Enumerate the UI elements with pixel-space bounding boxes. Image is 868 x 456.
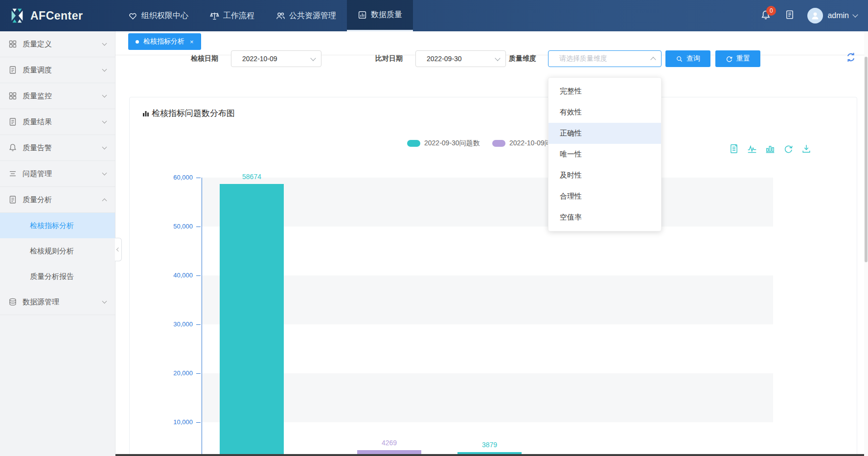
quality-dim-placeholder: 请选择质量维度 [559,54,607,63]
plot-band [202,178,773,227]
chevron-up-icon [650,57,656,62]
bar-value-label: 58674 [220,173,284,181]
user-name: admin [827,11,849,20]
sidebar-item-数据源管理[interactable]: 数据源管理 [0,289,115,315]
database-icon [8,297,17,306]
document-icon [8,117,17,126]
document-icon [8,66,17,74]
bottom-edge-strip [115,454,868,456]
chevron-down-icon [102,145,107,150]
document-icon [785,10,795,20]
chevron-down-icon [102,119,107,124]
restore-icon [783,144,793,154]
line-chart-icon [747,144,757,154]
quality-dim-select[interactable]: 请选择质量维度 [548,50,662,67]
reset-button[interactable]: 重置 [715,50,760,67]
chevron-down-icon [310,55,316,61]
toolbar-data-view-icon[interactable] [729,144,739,154]
sidebar-item-问题管理[interactable]: 问题管理 [0,161,115,187]
dropdown-option-唯一性[interactable]: 唯一性 [548,144,661,165]
y-tick-mark [196,227,201,227]
y-tick-mark [196,373,201,374]
sidebar-subitem-检核指标分析[interactable]: 检核指标分析 [0,213,115,238]
bar-value-label: 4269 [357,439,421,447]
dropdown-option-完整性[interactable]: 完整性 [548,81,661,102]
y-tick-label: 50,000 [147,223,193,230]
chevron-down-icon [102,171,107,176]
document-icon [8,195,17,204]
heart-icon [128,11,137,21]
app-window: AFCenter 组织权限中心工作流程公共资源管理数据质量 0 admin 质量… [0,0,868,456]
afcenter-logo-icon [9,7,25,24]
tab-active[interactable]: 检核指标分析 × [128,33,201,50]
toolbar-restore-icon[interactable] [783,144,793,154]
bar-chart-square-icon [358,10,367,20]
brand-name: AFCenter [30,9,83,23]
bell-icon [8,143,17,152]
scrollbar-thumb[interactable] [865,57,868,262]
toolbar-bar-chart-icon[interactable] [765,144,775,154]
scale-icon [210,11,219,21]
search-icon [676,55,683,63]
chevron-down-icon [495,55,500,61]
nav-item-公共资源管理[interactable]: 公共资源管理 [265,0,347,31]
user-menu[interactable]: admin [807,8,857,23]
tab-active-dot [136,40,139,44]
bar-chart-icon [765,144,775,154]
person-icon [810,11,820,21]
chevron-left-icon [116,248,120,251]
download-icon [801,144,811,154]
legend-swatch [407,140,420,147]
quality-dim-dropdown: 完整性有效性正确性唯一性及时性合理性空值率 [548,77,662,231]
bar-chart-mini-icon [142,110,150,117]
y-tick-mark [196,422,201,423]
dropdown-option-有效性[interactable]: 有效性 [548,102,661,123]
toolbar-download-icon[interactable] [801,144,811,154]
dropdown-option-合理性[interactable]: 合理性 [548,186,661,207]
bar-value-label: 3879 [457,441,522,449]
sidebar-item-质量定义[interactable]: 质量定义 [0,31,115,57]
chevron-down-icon [102,299,107,304]
y-tick-label: 20,000 [147,369,193,377]
legend-item[interactable]: 2022-09-30问题数 [407,139,480,148]
avatar [807,8,823,23]
sidebar-subitem-质量分析报告[interactable]: 质量分析报告 [0,264,115,289]
chevron-down-icon [102,41,107,46]
dropdown-option-正确性[interactable]: 正确性 [548,123,661,144]
y-tick-label: 60,000 [147,174,193,181]
check-date-select[interactable]: 2022-10-09 [231,50,321,67]
document-log-button[interactable] [785,10,795,22]
nav-item-工作流程[interactable]: 工作流程 [199,0,265,31]
sidebar-item-质量调度[interactable]: 质量调度 [0,57,115,83]
sidebar-collapse-handle[interactable] [115,238,122,261]
y-tick-mark [196,324,201,325]
dropdown-option-及时性[interactable]: 及时性 [548,165,661,186]
tab-close-icon[interactable]: × [190,38,194,46]
sidebar-item-质量告警[interactable]: 质量告警 [0,135,115,161]
vertical-scrollbar[interactable] [864,31,868,456]
page-refresh-button[interactable] [845,52,856,63]
brand[interactable]: AFCenter [0,0,103,31]
sidebar-item-质量监控[interactable]: 质量监控 [0,83,115,109]
nav-item-组织权限中心[interactable]: 组织权限中心 [117,0,199,31]
notifications-button[interactable]: 0 [760,10,772,22]
compare-date-select[interactable]: 2022-09-30 [415,50,506,67]
toolbar-line-chart-icon[interactable] [747,144,757,154]
sidebar-subitem-检核规则分析[interactable]: 检核规则分析 [0,238,115,264]
check-date-value: 2022-10-09 [242,55,277,63]
primary-nav: 组织权限中心工作流程公共资源管理数据质量 [117,0,413,31]
chart-bar[interactable] [220,184,284,456]
grid-icon [8,91,17,100]
reset-icon [726,55,733,63]
plot-band [202,275,773,324]
dropdown-option-空值率[interactable]: 空值率 [548,207,661,228]
y-tick-label: 10,000 [147,418,193,426]
sidebar-item-质量分析[interactable]: 质量分析 [0,187,115,213]
sidebar-item-质量结果[interactable]: 质量结果 [0,109,115,135]
search-button[interactable]: 查询 [665,50,710,67]
chevron-up-icon [102,198,107,203]
legend-label: 2022-09-30问题数 [424,139,480,148]
y-axis-line [202,178,202,456]
grid-icon [8,40,17,48]
nav-item-数据质量[interactable]: 数据质量 [347,0,413,31]
